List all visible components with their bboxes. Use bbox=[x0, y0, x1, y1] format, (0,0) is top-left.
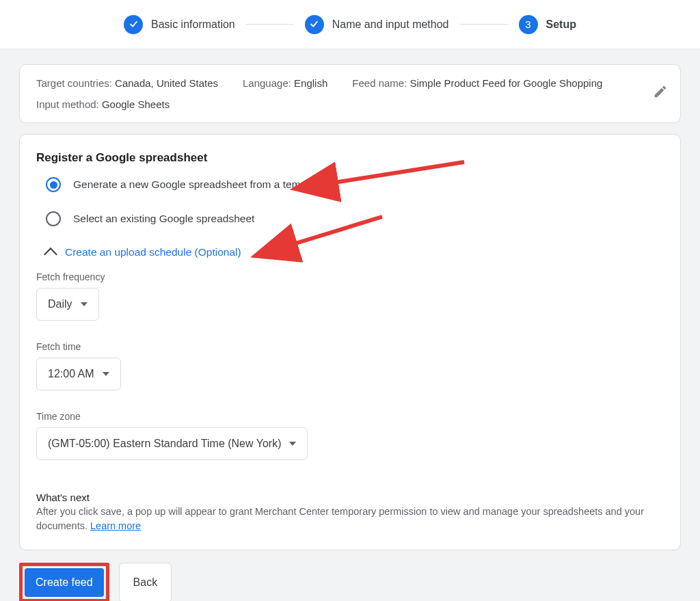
input-method-label: Input method: bbox=[36, 98, 99, 110]
fetch-time-select[interactable]: 12:00 AM bbox=[36, 358, 121, 390]
time-zone-value: (GMT-05:00) Eastern Standard Time (New Y… bbox=[48, 438, 281, 450]
chevron-up-icon bbox=[44, 248, 57, 261]
radio-icon bbox=[46, 177, 61, 192]
feed-name-label: Feed name: bbox=[352, 77, 407, 89]
create-feed-button[interactable]: Create feed bbox=[25, 568, 104, 597]
time-zone-label: Time zone bbox=[36, 411, 664, 422]
target-countries-value: Canada, United States bbox=[115, 77, 218, 89]
summary-card: Target countries: Canada, United States … bbox=[19, 64, 681, 123]
feed-name-value: Simple Product Feed for Google Shopping bbox=[410, 77, 603, 89]
fetch-frequency-label: Fetch frequency bbox=[36, 271, 664, 282]
pencil-icon bbox=[653, 84, 668, 99]
target-countries-label: Target countries: bbox=[36, 77, 112, 89]
step-connector bbox=[460, 24, 508, 25]
time-zone-select[interactable]: (GMT-05:00) Eastern Standard Time (New Y… bbox=[36, 427, 308, 460]
fetch-time-value: 12:00 AM bbox=[48, 368, 94, 380]
fetch-frequency-value: Daily bbox=[48, 298, 72, 310]
learn-more-link[interactable]: Learn more bbox=[90, 520, 141, 531]
caret-down-icon bbox=[81, 302, 88, 306]
caret-down-icon bbox=[289, 442, 296, 446]
check-icon bbox=[305, 15, 324, 34]
step-label: Name and input method bbox=[332, 18, 449, 31]
radio-generate-template[interactable]: Generate a new Google spreadsheet from a… bbox=[46, 177, 664, 192]
input-method-value: Google Sheets bbox=[102, 98, 170, 110]
step-name-and-input[interactable]: Name and input method bbox=[305, 15, 449, 34]
language: Language: English bbox=[243, 77, 327, 89]
target-countries: Target countries: Canada, United States bbox=[36, 77, 218, 89]
radio-label: Generate a new Google spreadsheet from a… bbox=[73, 178, 323, 191]
step-number-icon: 3 bbox=[519, 15, 538, 34]
language-label: Language: bbox=[243, 77, 291, 89]
radio-label: Select an existing Google spreadsheet bbox=[73, 213, 254, 225]
fetch-time-label: Fetch time bbox=[36, 341, 664, 352]
radio-select-existing[interactable]: Select an existing Google spreadsheet bbox=[46, 211, 664, 226]
section-title: Register a Google spreadsheet bbox=[36, 151, 664, 165]
fetch-frequency-select[interactable]: Daily bbox=[36, 288, 99, 321]
edit-button[interactable] bbox=[653, 84, 668, 102]
register-spreadsheet-card: Register a Google spreadsheet Generate a… bbox=[19, 134, 681, 550]
language-value: English bbox=[294, 77, 327, 89]
step-connector bbox=[246, 24, 294, 25]
upload-schedule-label: Create an upload schedule (Optional) bbox=[65, 246, 241, 258]
upload-schedule-toggle[interactable]: Create an upload schedule (Optional) bbox=[46, 245, 664, 259]
whats-next-body: After you click save, a pop up will appe… bbox=[36, 505, 664, 533]
step-label: Basic information bbox=[151, 18, 235, 31]
step-setup[interactable]: 3 Setup bbox=[519, 15, 576, 34]
feed-name: Feed name: Simple Product Feed for Googl… bbox=[352, 77, 602, 89]
create-feed-highlight: Create feed bbox=[19, 563, 109, 601]
whats-next-title: What's next bbox=[36, 492, 664, 503]
caret-down-icon bbox=[103, 372, 109, 376]
radio-icon bbox=[46, 211, 61, 226]
back-button[interactable]: Back bbox=[119, 563, 172, 601]
stepper: Basic information Name and input method … bbox=[0, 0, 700, 49]
step-label: Setup bbox=[546, 18, 576, 31]
check-icon bbox=[124, 15, 143, 34]
step-basic-information[interactable]: Basic information bbox=[124, 15, 235, 34]
footer-actions: Create feed Back bbox=[19, 563, 681, 601]
input-method: Input method: Google Sheets bbox=[36, 98, 170, 110]
